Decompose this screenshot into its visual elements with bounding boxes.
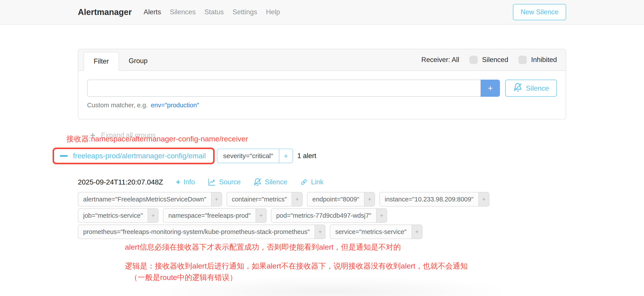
receiver-group-label: freeleaps-prod/alertmanager-config/email — [73, 152, 206, 160]
filter-card: Filter Group Receiver: All Silenced Inhi… — [78, 49, 566, 120]
matcher-hint: Custom matcher, e.g.env="production" — [87, 102, 557, 109]
chart-line-icon — [208, 178, 216, 186]
logic-annotation-line2: （一般是route中的逻辑有错误） — [130, 272, 566, 282]
label-add-button[interactable]: + — [211, 192, 222, 206]
source-link[interactable]: Source — [208, 178, 240, 186]
receiver-annotation-text: 接收器:namespace/altermanager-config-name/r… — [66, 134, 555, 144]
alert-annotation-text: alert信息必须在接收器下才表示配置成功，否则即使能看到alert，但是通知是… — [125, 242, 566, 252]
label-tag: namespace="freeleaps-prod"+ — [163, 208, 266, 223]
filter-card-body: + Silence Custom matcher, e.g.env="produ… — [78, 71, 566, 119]
plus-icon: + — [176, 178, 180, 186]
silence-filter-button[interactable]: Silence — [505, 80, 557, 97]
receiver-group-button[interactable]: freeleaps-prod/alertmanager-config/email — [52, 148, 215, 164]
group-matcher-add-button[interactable]: + — [279, 149, 292, 163]
alert-count-label: 1 alert — [297, 152, 316, 160]
tab-group[interactable]: Group — [119, 52, 157, 71]
label-tag: pod="metrics-77d9cdb497-wdsj7"+ — [271, 208, 387, 223]
group-matcher-chip: severity="critical" + — [217, 149, 293, 163]
nav-item-status[interactable]: Status — [204, 8, 224, 16]
alert-labels: alertname="FreeleapsMetricsServiceDown"+… — [78, 192, 513, 239]
label-tag: prometheus="freeleaps-monitoring-system/… — [78, 224, 326, 239]
label-add-button[interactable]: + — [148, 209, 158, 222]
generator-link[interactable]: Link — [300, 178, 324, 186]
receiver-selector[interactable]: Receiver: All — [422, 56, 459, 64]
label-add-button[interactable]: + — [314, 225, 325, 238]
nav-item-silences[interactable]: Silences — [170, 8, 196, 16]
info-link[interactable]: + Info — [176, 178, 195, 186]
bell-slash-icon — [513, 83, 522, 94]
silenced-checkbox-label: Silenced — [482, 56, 508, 64]
logic-annotation-line1: 逻辑是：接收器收到alert后进行通知，如果alert不在接收器下，说明接收器没… — [125, 261, 566, 271]
minus-icon — [60, 155, 68, 157]
label-add-button[interactable]: + — [292, 192, 302, 206]
silence-filter-button-label: Silence — [526, 84, 549, 92]
alert-timestamp: 2025-09-24T11:20:07.048Z — [78, 178, 163, 186]
alert-detail: 2025-09-24T11:20:07.048Z + Info Source — [78, 178, 566, 282]
inhibited-checkbox-label: Inhibited — [531, 56, 557, 64]
filter-card-header: Filter Group Receiver: All Silenced Inhi… — [78, 49, 566, 71]
top-navbar: Alertmanager Alerts Silences Status Sett… — [0, 0, 644, 25]
main-nav: Alerts Silences Status Settings Help — [144, 8, 280, 16]
nav-item-alerts[interactable]: Alerts — [144, 8, 161, 16]
matcher-input[interactable] — [87, 80, 480, 97]
app-brand[interactable]: Alertmanager — [78, 8, 132, 17]
add-matcher-button[interactable]: + — [480, 80, 500, 97]
label-tag: job="metrics-service"+ — [78, 208, 158, 223]
nav-item-help[interactable]: Help — [266, 8, 280, 16]
label-tag: endpoint="8009"+ — [307, 192, 375, 206]
nav-item-settings[interactable]: Settings — [232, 8, 257, 16]
alert-group-row: freeleaps-prod/alertmanager-config/email… — [52, 148, 541, 164]
silenced-checkbox[interactable] — [469, 56, 478, 64]
group-matcher-label: severity="critical" — [217, 149, 279, 163]
label-tag: alertname="FreeleapsMetricsServiceDown"+ — [78, 192, 222, 206]
matcher-example-link[interactable]: env="production" — [151, 102, 199, 109]
inhibited-checkbox[interactable] — [518, 56, 527, 64]
label-tag: instance="10.233.98.209:8009"+ — [380, 192, 490, 206]
filter-tabs: Filter Group — [84, 52, 157, 71]
label-add-button[interactable]: + — [256, 209, 266, 222]
silenced-checkbox-wrap[interactable]: Silenced — [469, 56, 508, 64]
label-add-button[interactable]: + — [412, 225, 422, 238]
label-add-button[interactable]: + — [364, 192, 374, 206]
new-silence-button[interactable]: New Silence — [513, 4, 566, 20]
inhibited-checkbox-wrap[interactable]: Inhibited — [518, 56, 557, 64]
label-tag: service="metrics-service"+ — [330, 224, 422, 239]
label-add-button[interactable]: + — [376, 209, 387, 222]
label-tag: container="metrics"+ — [226, 192, 303, 206]
bell-slash-icon — [254, 178, 262, 186]
label-add-button[interactable]: + — [478, 192, 489, 206]
silence-link[interactable]: Silence — [254, 178, 287, 186]
tab-filter[interactable]: Filter — [84, 52, 119, 71]
link-icon — [300, 178, 308, 186]
